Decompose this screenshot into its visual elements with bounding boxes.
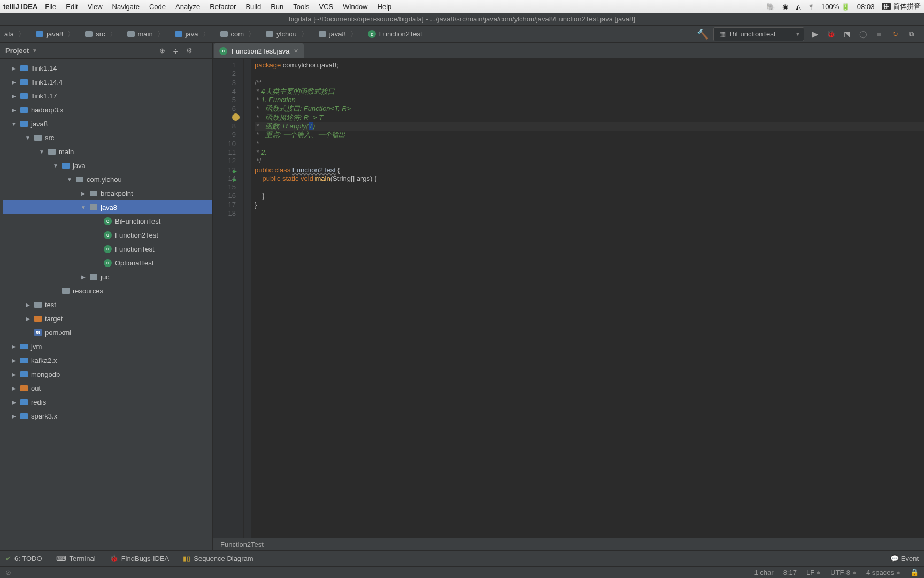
tree-node[interactable]: OptionalTest [3, 256, 212, 270]
tree-node[interactable]: ▶flink1.14.4 [3, 75, 212, 89]
crumb-src[interactable]: src〉 [81, 29, 121, 39]
tree-twisty[interactable]: ▼ [11, 121, 17, 127]
tree-node[interactable]: ▶mongodb [3, 367, 212, 381]
tree-node[interactable]: FunctionTest [3, 242, 212, 256]
tree-node[interactable]: ▶out [3, 381, 212, 395]
tree-twisty[interactable]: ▶ [11, 79, 17, 85]
tree-node[interactable]: ▼src [3, 131, 212, 144]
battery-status[interactable]: 100% 🔋 [821, 3, 850, 11]
code-line[interactable]: * 函数描述符: R -> T [255, 113, 924, 122]
code-line[interactable]: * 2. [255, 148, 924, 157]
eventlog-tool[interactable]: 💬 Event [890, 554, 919, 562]
tree-node[interactable]: Function2Test [3, 228, 212, 242]
tree-node[interactable]: ▼java [3, 158, 212, 172]
crumb-java[interactable]: java〉 [171, 29, 215, 39]
intention-bulb-icon[interactable] [232, 113, 240, 121]
menu-tools[interactable]: Tools [293, 3, 309, 11]
update-button[interactable]: ↻ [890, 30, 900, 38]
locate-icon[interactable]: ⊕ [159, 47, 165, 55]
findbugs-tool[interactable]: 🐞FindBugs-IDEA [110, 554, 170, 562]
status-lineending[interactable]: LF≑ [806, 568, 821, 576]
tree-twisty[interactable]: ▶ [11, 107, 17, 113]
status-indent[interactable]: 4 spaces≑ [866, 568, 900, 576]
crumb-ylchou[interactable]: ylchou〉 [261, 29, 313, 39]
code-line[interactable]: /** [255, 79, 924, 87]
code-line[interactable] [255, 183, 924, 192]
code-line[interactable]: * 4大类主要的函数式接口 [255, 87, 924, 96]
tree-node[interactable]: ▶jvm [3, 339, 212, 353]
tree-twisty[interactable]: ▶ [11, 65, 17, 71]
tree-node[interactable]: ▶target [3, 311, 212, 325]
tree-node[interactable]: ▶kafka2.x [3, 353, 212, 367]
code-area[interactable]: package com.ylchou.java8; /** * 4大类主要的函数… [251, 59, 924, 538]
tree-twisty[interactable]: ▼ [80, 204, 87, 210]
bluetooth-icon[interactable]: ⚵ [808, 3, 814, 11]
collapse-icon[interactable]: ≑ [173, 47, 179, 55]
crumb-com[interactable]: com〉 [216, 29, 261, 39]
tree-twisty[interactable]: ▶ [11, 344, 17, 349]
inspect-icon[interactable]: ⊘ [5, 568, 11, 576]
tree-twisty[interactable]: ▶ [11, 385, 17, 391]
editor-breadcrumb[interactable]: Function2Test [213, 538, 924, 550]
code-line[interactable] [255, 70, 924, 78]
code-line[interactable]: public static void main(String[] args) { [255, 174, 924, 183]
clock[interactable]: 08:03 [857, 3, 875, 11]
code-line[interactable]: } [255, 192, 924, 200]
hide-icon[interactable]: — [200, 47, 207, 55]
lock-icon[interactable]: 🔒 [910, 568, 919, 576]
tree-node[interactable]: ▶spark3.x [3, 409, 212, 423]
tree-twisty[interactable]: ▶ [11, 358, 17, 363]
tree-twisty[interactable]: ▶ [80, 274, 87, 280]
tree-node[interactable]: ▶redis [3, 395, 212, 409]
tree-node[interactable]: ▼java8 [3, 117, 212, 131]
code-line[interactable]: * 函数: R apply(T) [255, 122, 924, 131]
crumb-file[interactable]: cFunction2Test [364, 30, 427, 38]
menu-refactor[interactable]: Refactor [210, 3, 236, 11]
run-config-dropdown[interactable]: ▦ BiFunctionTest ▼ [713, 27, 804, 41]
status-position[interactable]: 8:17 [783, 568, 797, 576]
evernote-icon[interactable]: 🐘 [766, 3, 775, 11]
tree-node[interactable]: mpom.xml [3, 325, 212, 339]
tree-twisty[interactable]: ▼ [52, 163, 59, 169]
wifi-icon[interactable]: ◭ [796, 3, 801, 11]
profile-button[interactable]: ◯ [858, 30, 868, 38]
ime-indicator[interactable]: 拼 简体拼音 [882, 2, 921, 11]
record-icon[interactable]: ◉ [782, 3, 788, 11]
tree-node[interactable]: ▼com.ylchou [3, 172, 212, 186]
tree-node[interactable]: ▼java8 [3, 200, 212, 214]
debug-button[interactable]: 🐞 [826, 30, 836, 38]
code-line[interactable]: public class Function2Test { [255, 166, 924, 174]
tree-node[interactable]: ▶juc [3, 270, 212, 284]
tree-twisty[interactable]: ▶ [80, 191, 87, 196]
close-icon[interactable]: × [294, 47, 298, 55]
tree-node[interactable]: BiFunctionTest [3, 214, 212, 228]
settings-icon[interactable]: ⚙ [186, 47, 192, 55]
tree-twisty[interactable]: ▶ [11, 93, 17, 99]
menu-help[interactable]: Help [378, 3, 392, 11]
tab-function2test[interactable]: c Function2Test.java × [214, 43, 304, 58]
code-line[interactable]: * 重点: 一个输入、一个输出 [255, 131, 924, 139]
tree-node[interactable]: ▶test [3, 298, 212, 311]
chevron-down-icon[interactable]: ▼ [32, 48, 37, 54]
menu-analyze[interactable]: Analyze [175, 3, 200, 11]
code-line[interactable]: * 函数式接口: Function<T, R> [255, 104, 924, 113]
menu-vcs[interactable]: VCS [319, 3, 334, 11]
tree-twisty[interactable]: ▶ [25, 302, 31, 308]
tree-node[interactable]: ▶hadoop3.x [3, 103, 212, 117]
tree-twisty[interactable]: ▼ [25, 135, 31, 141]
coverage-button[interactable]: ⬔ [842, 30, 852, 38]
code-line[interactable]: * 1. Function [255, 96, 924, 104]
search-everywhere-button[interactable]: ⧉ [906, 30, 917, 39]
menu-navigate[interactable]: Navigate [112, 3, 140, 11]
menu-file[interactable]: File [45, 3, 56, 11]
menu-edit[interactable]: Edit [66, 3, 78, 11]
code-line[interactable]: * [255, 140, 924, 148]
crumb-main[interactable]: main〉 [123, 29, 170, 39]
run-button[interactable]: ▶ [810, 29, 820, 39]
tree-twisty[interactable]: ▶ [25, 316, 31, 322]
project-tree[interactable]: ▶flink1.14▶flink1.14.4▶flink1.17▶hadoop3… [0, 59, 212, 550]
sequence-tool[interactable]: ▮▯Sequence Diagram [183, 554, 253, 562]
crumb-root[interactable]: ata〉 [0, 29, 30, 39]
code-line[interactable]: package com.ylchou.java8; [255, 61, 924, 70]
menu-window[interactable]: Window [343, 3, 367, 11]
